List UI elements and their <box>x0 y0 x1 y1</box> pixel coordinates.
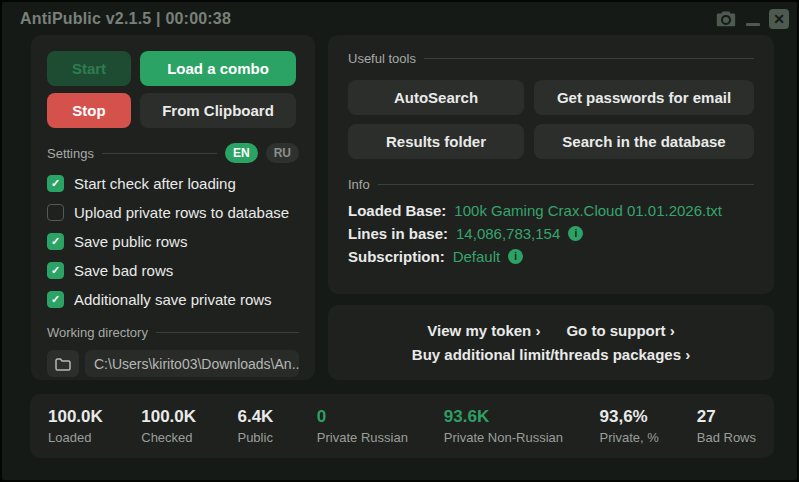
stat-label: Public <box>237 430 316 445</box>
working-directory-input[interactable]: C:\Users\kirito03\Downloads\An... <box>85 350 299 377</box>
lines-in-base-row: Lines in base: 14,086,783,154 i <box>348 225 754 242</box>
checkbox-label: Start check after loading <box>74 175 236 192</box>
stat-label: Loaded <box>48 430 141 445</box>
view-token-link[interactable]: View my token › <box>427 322 540 339</box>
checkbox-icon[interactable] <box>47 291 64 308</box>
checkbox-icon[interactable] <box>47 175 64 192</box>
loaded-base-row: Loaded Base: 100k Gaming Crax.Cloud 01.0… <box>348 202 754 219</box>
info-icon[interactable]: i <box>508 249 523 264</box>
stat-private-non-russian: 93.6K Private Non-Russian <box>444 407 600 445</box>
checkbox-icon[interactable] <box>47 262 64 279</box>
stop-button[interactable]: Stop <box>47 93 131 128</box>
info-icon[interactable]: i <box>568 226 583 241</box>
stat-label: Private Russian <box>317 430 444 445</box>
autosearch-button[interactable]: AutoSearch <box>348 80 524 115</box>
stat-value: 93,6% <box>600 407 697 427</box>
stat-checked: 100.0K Checked <box>141 407 237 445</box>
divider <box>102 153 217 154</box>
divider <box>424 58 754 59</box>
lines-in-base-value: 14,086,783,154 <box>456 225 560 242</box>
tools-info-panel: Useful tools AutoSearch Get passwords fo… <box>328 35 774 294</box>
get-passwords-button[interactable]: Get passwords for email <box>534 80 754 115</box>
checkbox-icon[interactable] <box>47 204 64 221</box>
checkbox-upload-private-rows[interactable]: Upload private rows to database <box>47 204 299 221</box>
language-toggle-ru[interactable]: RU <box>266 143 299 163</box>
checkbox-start-check-after-loading[interactable]: Start check after loading <box>47 175 299 192</box>
stat-private-percent: 93,6% Private, % <box>600 407 697 445</box>
load-combo-button[interactable]: Load a combo <box>140 51 296 86</box>
checkbox-label: Save bad rows <box>74 262 173 279</box>
stat-value: 93.6K <box>444 407 600 427</box>
stat-label: Private Non-Russian <box>444 430 600 445</box>
checkbox-label: Upload private rows to database <box>74 204 289 221</box>
working-directory-label: Working directory <box>47 325 148 340</box>
stat-value: 27 <box>697 407 756 427</box>
stat-public: 6.4K Public <box>237 407 316 445</box>
divider <box>378 184 754 185</box>
checkbox-save-public-rows[interactable]: Save public rows <box>47 233 299 250</box>
loaded-base-value: 100k Gaming Crax.Cloud 01.01.2026.txt <box>454 202 722 219</box>
settings-label: Settings <box>47 146 94 161</box>
support-link[interactable]: Go to support › <box>566 322 674 339</box>
buy-packages-link[interactable]: Buy additional limit/threads packages › <box>412 346 690 363</box>
start-button[interactable]: Start <box>47 51 131 86</box>
stats-bar: 100.0K Loaded 100.0K Checked 6.4K Public… <box>30 394 774 458</box>
titlebar: AntiPublic v2.1.5 | 00:00:38 ✕ <box>2 2 797 36</box>
checkbox-save-bad-rows[interactable]: Save bad rows <box>47 262 299 279</box>
checkbox-additionally-save-private-rows[interactable]: Additionally save private rows <box>47 291 299 308</box>
stat-value: 6.4K <box>237 407 316 427</box>
language-toggle-en[interactable]: EN <box>225 143 258 163</box>
stat-label: Bad Rows <box>697 430 756 445</box>
app-title: AntiPublic v2.1.5 | 00:00:38 <box>20 10 231 28</box>
links-panel: View my token › Go to support › Buy addi… <box>328 305 774 380</box>
camera-icon[interactable] <box>715 8 737 30</box>
from-clipboard-button[interactable]: From Clipboard <box>140 93 296 128</box>
control-panel: Start Load a combo Stop From Clipboard S… <box>31 35 315 380</box>
close-icon[interactable]: ✕ <box>769 9 789 29</box>
app-window: AntiPublic v2.1.5 | 00:00:38 ✕ Start Loa… <box>0 0 799 482</box>
checkbox-label: Additionally save private rows <box>74 291 272 308</box>
stat-label: Checked <box>141 430 237 445</box>
browse-folder-button[interactable] <box>47 350 79 377</box>
search-database-button[interactable]: Search in the database <box>534 124 754 159</box>
info-header: Info <box>348 177 370 192</box>
subscription-row: Subscription: Default i <box>348 248 754 265</box>
lines-in-base-label: Lines in base: <box>348 225 448 242</box>
stat-value: 100.0K <box>141 407 237 427</box>
settings-checkbox-list: Start check after loading Upload private… <box>47 175 299 308</box>
stat-loaded: 100.0K Loaded <box>48 407 141 445</box>
stat-bad-rows: 27 Bad Rows <box>697 407 756 445</box>
minimize-icon[interactable] <box>746 8 760 30</box>
folder-icon <box>55 357 71 371</box>
stat-private-russian: 0 Private Russian <box>317 407 444 445</box>
useful-tools-header: Useful tools <box>348 51 416 66</box>
subscription-value: Default <box>453 248 501 265</box>
loaded-base-label: Loaded Base: <box>348 202 446 219</box>
divider <box>156 332 299 333</box>
results-folder-button[interactable]: Results folder <box>348 124 524 159</box>
checkbox-icon[interactable] <box>47 233 64 250</box>
stat-label: Private, % <box>600 430 697 445</box>
checkbox-label: Save public rows <box>74 233 187 250</box>
stat-value: 100.0K <box>48 407 141 427</box>
subscription-label: Subscription: <box>348 248 445 265</box>
stat-value: 0 <box>317 407 444 427</box>
